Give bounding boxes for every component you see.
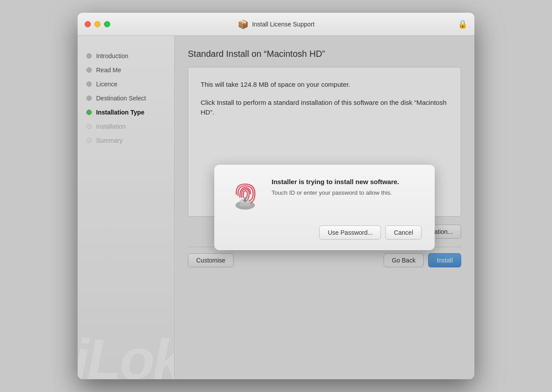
sidebar-dot-read-me — [86, 67, 92, 73]
dialog-title: Installer is trying to install new softw… — [272, 178, 399, 185]
sidebar-dot-destination — [86, 96, 92, 101]
lock-icon: 🔒 — [458, 19, 467, 29]
sidebar-dot-summary — [86, 138, 92, 143]
sidebar-label-licence: Licence — [96, 81, 117, 88]
dialog-buttons: Use Password... Cancel — [228, 226, 421, 240]
dialog-subtitle: Touch ID or enter your password to allow… — [272, 189, 399, 197]
sidebar-label-destination: Destination Select — [96, 95, 146, 102]
sidebar-dot-installation — [86, 124, 92, 129]
sidebar-item-licence[interactable]: Licence — [78, 77, 174, 91]
auth-dialog: Installer is trying to install new softw… — [214, 165, 435, 250]
sidebar-label-installation-type: Installation Type — [96, 109, 144, 116]
app-icon: 📦 — [238, 19, 249, 30]
sidebar-label-introduction: Introduction — [96, 52, 128, 59]
content-area: Introduction Read Me Licence Destination… — [78, 36, 474, 379]
close-button[interactable] — [85, 21, 91, 27]
main-panel: Standard Install on “Macintosh HD” This … — [175, 36, 474, 379]
window-title-text: Install License Support — [252, 21, 315, 28]
traffic-lights — [85, 21, 110, 27]
sidebar-dot-introduction — [86, 53, 92, 59]
minimize-button[interactable] — [94, 21, 101, 27]
sidebar-label-read-me: Read Me — [96, 67, 121, 74]
sidebar: Introduction Read Me Licence Destination… — [78, 36, 175, 379]
svg-rect-4 — [244, 197, 246, 201]
sidebar-item-installation[interactable]: Installation — [78, 119, 174, 133]
main-window: 📦 Install License Support 🔒 Introduction… — [78, 13, 474, 379]
sidebar-item-read-me[interactable]: Read Me — [78, 63, 174, 77]
sidebar-label-summary: Summary — [96, 137, 123, 144]
dialog-overlay: Installer is trying to install new softw… — [175, 36, 474, 379]
sidebar-item-installation-type[interactable]: Installation Type — [78, 105, 174, 119]
sidebar-dot-installation-type — [86, 110, 92, 115]
sidebar-label-installation: Installation — [96, 123, 126, 130]
ilok-watermark: iLok — [78, 331, 175, 379]
sidebar-item-destination-select[interactable]: Destination Select — [78, 91, 174, 105]
dialog-icon — [228, 178, 263, 213]
dialog-body: Installer is trying to install new softw… — [228, 178, 421, 213]
titlebar: 📦 Install License Support 🔒 — [78, 13, 474, 36]
cancel-button[interactable]: Cancel — [385, 226, 421, 240]
sidebar-dot-licence — [86, 81, 92, 87]
dialog-text: Installer is trying to install new softw… — [272, 178, 399, 197]
sidebar-item-introduction[interactable]: Introduction — [78, 49, 174, 63]
use-password-button[interactable]: Use Password... — [319, 226, 381, 240]
window-title: 📦 Install License Support — [238, 19, 315, 30]
maximize-button[interactable] — [104, 21, 110, 27]
sidebar-item-summary[interactable]: Summary — [78, 133, 174, 148]
